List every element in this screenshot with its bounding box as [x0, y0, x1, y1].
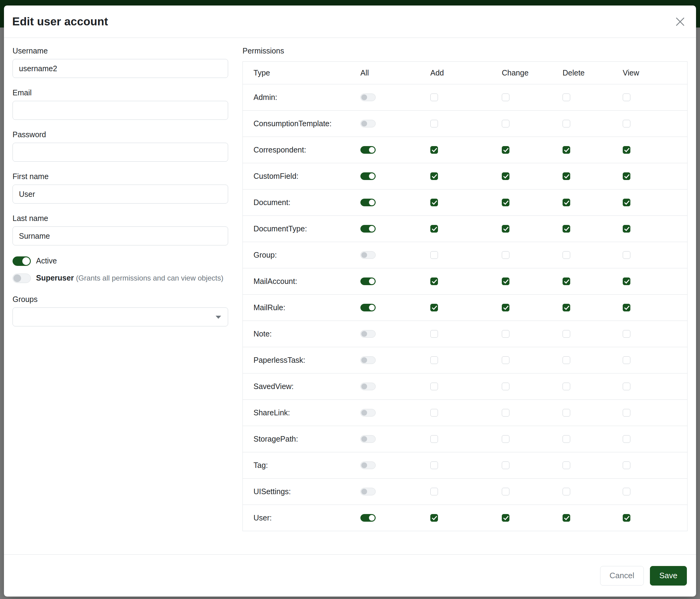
- permission-row: StoragePath:: [243, 426, 687, 452]
- delete-checkbox[interactable]: [562, 461, 570, 469]
- change-checkbox[interactable]: [502, 383, 509, 390]
- email-input[interactable]: [12, 101, 228, 120]
- all-toggle[interactable]: [360, 383, 376, 390]
- last-name-input[interactable]: [12, 226, 228, 245]
- username-input[interactable]: [12, 59, 228, 78]
- all-toggle[interactable]: [360, 461, 376, 469]
- change-checkbox[interactable]: [502, 94, 509, 101]
- change-checkbox[interactable]: [502, 409, 509, 416]
- delete-checkbox[interactable]: [562, 356, 570, 364]
- delete-checkbox[interactable]: [562, 172, 570, 180]
- view-checkbox[interactable]: [623, 383, 630, 390]
- delete-checkbox[interactable]: [562, 304, 570, 311]
- view-checkbox[interactable]: [623, 225, 630, 233]
- view-checkbox[interactable]: [623, 120, 630, 127]
- delete-checkbox[interactable]: [562, 435, 570, 443]
- change-checkbox[interactable]: [502, 461, 509, 469]
- change-checkbox[interactable]: [502, 120, 509, 127]
- all-toggle[interactable]: [360, 251, 376, 259]
- add-checkbox[interactable]: [430, 94, 438, 101]
- delete-checkbox[interactable]: [562, 120, 570, 127]
- delete-checkbox[interactable]: [562, 383, 570, 390]
- change-checkbox[interactable]: [502, 278, 509, 285]
- close-icon[interactable]: [673, 15, 687, 28]
- view-checkbox[interactable]: [623, 461, 630, 469]
- all-toggle[interactable]: [360, 278, 376, 285]
- change-checkbox[interactable]: [502, 330, 509, 338]
- view-checkbox[interactable]: [623, 278, 630, 285]
- view-checkbox[interactable]: [623, 94, 630, 101]
- change-checkbox[interactable]: [502, 488, 509, 496]
- cancel-button[interactable]: Cancel: [600, 566, 644, 585]
- all-toggle[interactable]: [360, 172, 376, 180]
- all-toggle[interactable]: [360, 94, 376, 101]
- view-checkbox[interactable]: [623, 251, 630, 259]
- view-checkbox[interactable]: [623, 304, 630, 311]
- groups-select[interactable]: [12, 308, 228, 327]
- all-toggle[interactable]: [360, 120, 376, 127]
- change-checkbox[interactable]: [502, 225, 509, 233]
- change-checkbox[interactable]: [502, 172, 509, 180]
- delete-checkbox[interactable]: [562, 94, 570, 101]
- first-name-input[interactable]: [12, 185, 228, 203]
- delete-checkbox[interactable]: [562, 514, 570, 522]
- add-checkbox[interactable]: [430, 330, 438, 338]
- add-checkbox[interactable]: [430, 383, 438, 390]
- delete-checkbox[interactable]: [562, 199, 570, 206]
- save-button[interactable]: Save: [650, 566, 687, 585]
- all-toggle[interactable]: [360, 356, 376, 364]
- change-checkbox[interactable]: [502, 199, 509, 206]
- change-checkbox[interactable]: [502, 304, 509, 311]
- change-checkbox[interactable]: [502, 356, 509, 364]
- add-checkbox[interactable]: [430, 304, 438, 311]
- all-toggle[interactable]: [360, 409, 376, 416]
- change-checkbox[interactable]: [502, 514, 509, 522]
- delete-checkbox[interactable]: [562, 488, 570, 496]
- password-input[interactable]: [12, 143, 228, 162]
- add-checkbox[interactable]: [430, 146, 438, 154]
- add-checkbox[interactable]: [430, 278, 438, 285]
- view-checkbox[interactable]: [623, 356, 630, 364]
- view-checkbox[interactable]: [623, 435, 630, 443]
- add-checkbox[interactable]: [430, 461, 438, 469]
- permission-row: MailAccount:: [243, 268, 687, 294]
- view-checkbox[interactable]: [623, 172, 630, 180]
- view-checkbox[interactable]: [623, 514, 630, 522]
- add-checkbox[interactable]: [430, 199, 438, 206]
- all-toggle[interactable]: [360, 488, 376, 496]
- delete-checkbox[interactable]: [562, 330, 570, 338]
- delete-checkbox[interactable]: [562, 146, 570, 154]
- all-toggle[interactable]: [360, 514, 376, 522]
- add-checkbox[interactable]: [430, 409, 438, 416]
- add-checkbox[interactable]: [430, 488, 438, 496]
- delete-checkbox[interactable]: [562, 225, 570, 233]
- all-toggle[interactable]: [360, 199, 376, 206]
- add-checkbox[interactable]: [430, 435, 438, 443]
- change-checkbox[interactable]: [502, 435, 509, 443]
- add-checkbox[interactable]: [430, 120, 438, 127]
- superuser-toggle[interactable]: [12, 273, 31, 283]
- view-checkbox[interactable]: [623, 146, 630, 154]
- add-checkbox[interactable]: [430, 172, 438, 180]
- all-toggle[interactable]: [360, 304, 376, 311]
- view-checkbox[interactable]: [623, 488, 630, 496]
- change-checkbox[interactable]: [502, 251, 509, 259]
- add-checkbox[interactable]: [430, 251, 438, 259]
- add-checkbox[interactable]: [430, 514, 438, 522]
- add-checkbox[interactable]: [430, 356, 438, 364]
- view-checkbox[interactable]: [623, 199, 630, 206]
- all-toggle[interactable]: [360, 435, 376, 443]
- add-checkbox[interactable]: [430, 225, 438, 233]
- all-toggle[interactable]: [360, 225, 376, 233]
- view-checkbox[interactable]: [623, 409, 630, 416]
- active-toggle[interactable]: [12, 257, 31, 266]
- all-toggle[interactable]: [360, 330, 376, 338]
- change-checkbox[interactable]: [502, 146, 509, 154]
- all-toggle[interactable]: [360, 146, 376, 154]
- delete-checkbox[interactable]: [562, 251, 570, 259]
- delete-checkbox[interactable]: [562, 409, 570, 416]
- superuser-label: Superuser: [36, 273, 74, 282]
- permission-row: User:: [243, 505, 687, 531]
- delete-checkbox[interactable]: [562, 278, 570, 285]
- view-checkbox[interactable]: [623, 330, 630, 338]
